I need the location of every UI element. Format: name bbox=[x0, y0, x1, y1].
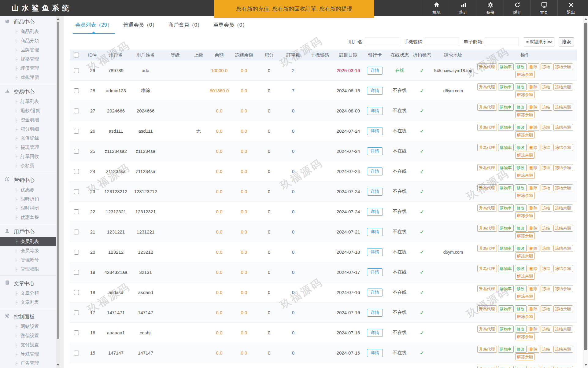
bank-detail-button[interactable]: 详情 bbox=[367, 67, 383, 75]
action-orange-button[interactable]: 冻结 bbox=[541, 204, 552, 212]
bank-detail-button[interactable]: 详情 bbox=[367, 208, 383, 216]
row-checkbox[interactable] bbox=[74, 270, 79, 275]
action-green-button[interactable]: 購物車 bbox=[498, 124, 514, 131]
sidebar-item[interactable]: ├文章列表 bbox=[0, 298, 60, 307]
action-orange-button[interactable]: 解冻余額 bbox=[515, 111, 535, 118]
sidebar-section-title[interactable]: 控制面板 bbox=[0, 311, 60, 322]
action-orange-button[interactable]: 刪除 bbox=[528, 326, 539, 333]
action-orange-button[interactable]: 冻结 bbox=[541, 346, 552, 353]
action-green-button[interactable]: 修改 bbox=[515, 204, 527, 212]
sidebar-item[interactable]: ├退款/退貨 bbox=[0, 106, 60, 115]
action-orange-button[interactable]: 解冻余額 bbox=[515, 293, 535, 300]
action-orange-button[interactable]: 升為代理 bbox=[477, 305, 497, 312]
action-green-button[interactable]: 修改 bbox=[515, 164, 527, 171]
action-orange-button[interactable]: 升為代理 bbox=[477, 144, 497, 151]
action-orange-button[interactable]: 解冻余額 bbox=[515, 152, 535, 159]
sidebar-item[interactable]: ├品牌管理 bbox=[0, 45, 60, 54]
action-orange-button[interactable]: 解冻余額 bbox=[515, 131, 535, 138]
sidebar-section-title[interactable]: 交易中心 bbox=[0, 86, 60, 97]
action-orange-button[interactable]: 冻结余額 bbox=[553, 63, 573, 70]
scroll-up-icon[interactable] bbox=[584, 18, 587, 20]
row-checkbox[interactable] bbox=[74, 149, 79, 154]
email-input[interactable] bbox=[485, 38, 519, 46]
action-orange-button[interactable]: 升為代理 bbox=[477, 285, 497, 292]
action-orange-button[interactable]: 刪除 bbox=[528, 366, 539, 368]
bank-detail-button[interactable]: 详情 bbox=[367, 228, 383, 236]
sidebar-item[interactable]: ├积分明细 bbox=[0, 124, 60, 134]
nav-overview[interactable]: 概况 bbox=[423, 0, 450, 16]
bank-detail-button[interactable]: 详情 bbox=[367, 107, 383, 115]
action-green-button[interactable]: 購物車 bbox=[498, 326, 514, 333]
action-green-button[interactable]: 修改 bbox=[515, 144, 527, 151]
action-orange-button[interactable]: 冻结 bbox=[541, 326, 552, 333]
action-orange-button[interactable]: 冻结余額 bbox=[553, 124, 573, 131]
sidebar-item[interactable]: ├支付設置 bbox=[0, 340, 60, 349]
sidebar-section-title[interactable]: 商品中心 bbox=[0, 17, 60, 27]
sidebar-item[interactable]: ├网站設置 bbox=[0, 322, 60, 331]
action-green-button[interactable]: 修改 bbox=[515, 265, 527, 272]
sidebar-item[interactable]: ├商品列表 bbox=[0, 27, 60, 36]
action-orange-button[interactable]: 冻结余額 bbox=[553, 305, 573, 312]
action-green-button[interactable]: 購物車 bbox=[498, 225, 514, 232]
tab-1[interactable]: 普通会员（0） bbox=[121, 16, 160, 34]
action-orange-button[interactable]: 刪除 bbox=[528, 124, 539, 131]
tab-2[interactable]: 商戶會員（0） bbox=[166, 16, 205, 34]
action-orange-button[interactable]: 刪除 bbox=[528, 245, 539, 252]
action-orange-button[interactable]: 升為代理 bbox=[477, 204, 497, 212]
sidebar-item[interactable]: ├訂單回收 bbox=[0, 152, 60, 161]
sidebar-item[interactable]: ├导航管理 bbox=[0, 349, 60, 359]
action-orange-button[interactable]: 刪除 bbox=[528, 83, 539, 90]
action-orange-button[interactable]: 刪除 bbox=[528, 184, 539, 191]
sidebar-item[interactable]: ├提現管理 bbox=[0, 143, 60, 152]
action-orange-button[interactable]: 冻结 bbox=[541, 144, 552, 151]
sidebar-item[interactable]: ├訂單列表 bbox=[0, 97, 60, 106]
bank-detail-button[interactable]: 详情 bbox=[367, 127, 383, 135]
username-input[interactable] bbox=[365, 38, 399, 46]
action-green-button[interactable]: 購物車 bbox=[498, 245, 514, 252]
row-checkbox[interactable] bbox=[74, 189, 79, 194]
phone-input[interactable] bbox=[425, 38, 459, 46]
action-orange-button[interactable]: 冻结 bbox=[541, 225, 552, 232]
sidebar-section-title[interactable]: 用戶中心 bbox=[0, 226, 60, 237]
action-orange-button[interactable]: 升為代理 bbox=[477, 164, 497, 171]
action-orange-button[interactable]: 冻结 bbox=[541, 63, 552, 70]
main-scrollbar-thumb[interactable] bbox=[584, 23, 587, 350]
bank-detail-button[interactable]: 详情 bbox=[367, 147, 383, 155]
action-orange-button[interactable]: 刪除 bbox=[528, 265, 539, 272]
action-green-button[interactable]: 購物車 bbox=[498, 144, 514, 151]
action-green-button[interactable]: 修改 bbox=[515, 305, 527, 312]
bank-detail-button[interactable]: 详情 bbox=[367, 87, 383, 95]
action-green-button[interactable]: 購物車 bbox=[498, 366, 514, 368]
action-orange-button[interactable]: 刪除 bbox=[528, 285, 539, 292]
sidebar-scrollbar[interactable] bbox=[56, 16, 60, 368]
main-scrollbar[interactable] bbox=[583, 16, 588, 368]
action-orange-button[interactable]: 冻结余額 bbox=[553, 366, 573, 368]
action-green-button[interactable]: 購物車 bbox=[498, 305, 514, 312]
action-orange-button[interactable]: 冻结 bbox=[541, 265, 552, 272]
row-checkbox[interactable] bbox=[74, 290, 79, 295]
nav-backup[interactable]: 备份 bbox=[477, 0, 504, 16]
sidebar-item[interactable]: ├文章分類 bbox=[0, 289, 60, 298]
action-orange-button[interactable]: 冻结余額 bbox=[553, 184, 573, 191]
row-checkbox[interactable] bbox=[74, 109, 79, 113]
orders-count-link[interactable]: 0 bbox=[281, 189, 306, 194]
nav-statistics[interactable]: 统计 bbox=[450, 0, 477, 16]
action-orange-button[interactable]: 冻结余額 bbox=[553, 144, 573, 151]
select-all-checkbox[interactable] bbox=[74, 53, 79, 57]
action-green-button[interactable]: 購物車 bbox=[498, 285, 514, 292]
tab-0[interactable]: 会员列表（29） bbox=[73, 16, 115, 34]
nav-cache[interactable]: 缓存 bbox=[504, 0, 531, 16]
action-orange-button[interactable]: 冻结 bbox=[541, 285, 552, 292]
action-green-button[interactable]: 購物車 bbox=[498, 83, 514, 90]
action-green-button[interactable]: 購物車 bbox=[498, 104, 514, 111]
scroll-up-icon[interactable] bbox=[57, 18, 60, 20]
action-orange-button[interactable]: 解冻余額 bbox=[515, 91, 535, 98]
action-orange-button[interactable]: 冻结余額 bbox=[553, 265, 573, 272]
action-green-button[interactable]: 購物車 bbox=[498, 346, 514, 353]
bank-detail-button[interactable]: 详情 bbox=[367, 268, 383, 276]
orders-count-link[interactable]: 0 bbox=[281, 350, 306, 355]
sidebar-item[interactable]: ├广告管理 bbox=[0, 359, 60, 368]
action-green-button[interactable]: 修改 bbox=[515, 104, 527, 111]
sidebar-item[interactable]: ├評價管理 bbox=[0, 64, 60, 73]
sort-select[interactable]: = 默認排序 = bbox=[524, 37, 554, 46]
